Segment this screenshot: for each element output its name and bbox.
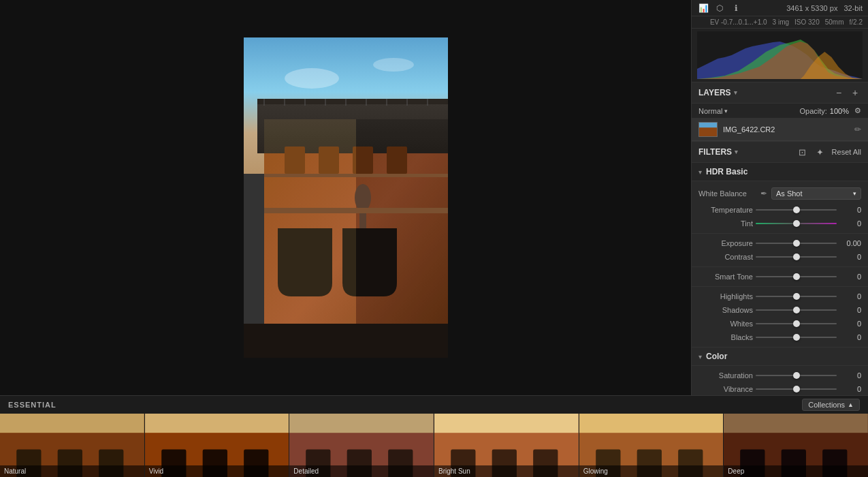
filters-bar: FILTERS ▾ ⊡ ✦ Reset All (692, 141, 868, 163)
film-item-natural-label: Natural (0, 465, 144, 477)
tint-slider[interactable] (756, 223, 837, 224)
film-item-detailed[interactable]: Detailed (289, 414, 434, 477)
whites-slider[interactable] (756, 323, 837, 324)
svg-rect-51 (434, 414, 579, 433)
highlights-slider[interactable] (756, 296, 837, 297)
exposure-thumb[interactable] (793, 240, 800, 247)
white-balance-select[interactable]: As Shot ▾ (771, 187, 861, 200)
vibrance-slider[interactable] (756, 388, 837, 390)
layer-edit-btn[interactable]: ✏ (854, 125, 861, 134)
saturation-label: Saturation (698, 371, 753, 380)
chart-icon[interactable]: 📊 (697, 2, 709, 14)
film-item-deep-label: Deep (724, 465, 868, 477)
filmstrip: ESSENTIAL Collections ▲ Natural (0, 395, 868, 477)
whites-row: Whites 0 (692, 317, 868, 330)
eyedropper-icon[interactable]: ✒ (760, 189, 767, 198)
blacks-label: Blacks (698, 333, 753, 341)
vibrance-label: Vibrance (698, 385, 753, 393)
smart-tone-thumb[interactable] (793, 273, 800, 280)
layer-item[interactable]: IMG_6422.CR2 ✏ (692, 119, 868, 141)
svg-rect-25 (244, 324, 448, 358)
vibrance-thumb[interactable] (793, 386, 800, 393)
film-item-vivid-label: Vivid (145, 465, 289, 477)
filter-star-icon[interactable]: ✦ (814, 146, 826, 158)
img-count: 3 img (773, 18, 789, 26)
saturation-slider[interactable] (756, 375, 837, 376)
film-item-glowing-label: Glowing (579, 465, 724, 477)
film-items: Natural Vivid (0, 414, 868, 477)
temperature-value: 0 (839, 206, 861, 214)
highlights-row: Highlights 0 (692, 290, 868, 303)
tint-thumb[interactable] (793, 220, 800, 227)
film-item-bright-sun-label: Bright Sun (434, 465, 579, 477)
hdr-basic-header[interactable]: ▾ HDR Basic (692, 163, 868, 181)
wb-chevron-icon: ▾ (853, 190, 856, 197)
filmstrip-header: ESSENTIAL Collections ▲ (0, 396, 868, 414)
smart-tone-label: Smart Tone (698, 273, 753, 281)
film-item-glowing[interactable]: Glowing (579, 414, 724, 477)
shadows-thumb[interactable] (793, 307, 800, 313)
filters-title[interactable]: FILTERS ▾ (698, 147, 738, 157)
blacks-row: Blacks 0 (692, 330, 868, 344)
exposure-slider[interactable] (756, 243, 837, 244)
whites-value: 0 (839, 320, 861, 328)
highlights-thumb[interactable] (793, 293, 800, 300)
color-section-header[interactable]: ▾ Color (692, 348, 868, 366)
layers-chevron-icon: ▾ (734, 89, 737, 96)
whites-thumb[interactable] (793, 320, 800, 327)
iso-value: ISO 320 (794, 18, 820, 26)
layer-name: IMG_6422.CR2 (723, 125, 849, 134)
layers-header[interactable]: LAYERS ▾ − + (692, 82, 868, 104)
contrast-value: 0 (839, 253, 861, 261)
whites-label: Whites (698, 320, 753, 328)
blend-mode-selector[interactable]: Normal ▾ (698, 107, 728, 115)
aperture: f/2.2 (850, 18, 863, 26)
saturation-thumb[interactable] (793, 372, 800, 379)
settings-icon[interactable]: ⚙ (854, 106, 861, 115)
saturation-row: Saturation 0 (692, 369, 868, 382)
collections-btn[interactable]: Collections ▲ (802, 399, 860, 411)
filter-crop-icon[interactable]: ⊡ (797, 146, 809, 158)
film-item-bright-sun[interactable]: Bright Sun (434, 414, 579, 477)
layer-thumbnail (698, 122, 718, 137)
svg-rect-37 (145, 414, 289, 433)
info-icon[interactable]: ℹ (730, 2, 742, 14)
svg-rect-5 (257, 99, 448, 104)
temperature-thumb[interactable] (793, 206, 800, 213)
histogram-area (692, 29, 868, 82)
temperature-slider[interactable] (756, 209, 837, 211)
smart-tone-slider[interactable] (756, 276, 837, 277)
film-item-vivid[interactable]: Vivid (145, 414, 289, 477)
shadows-row: Shadows 0 (692, 303, 868, 317)
contrast-thumb[interactable] (793, 253, 800, 260)
collections-chevron-icon: ▲ (848, 401, 854, 408)
blacks-slider[interactable] (756, 337, 837, 338)
ev-values: EV -0.7...0.1...+1.0 (710, 18, 767, 26)
hdr-expand-icon: ▾ (698, 168, 702, 176)
shadows-slider[interactable] (756, 309, 837, 311)
film-item-detailed-label: Detailed (289, 465, 434, 477)
saturation-value: 0 (839, 371, 861, 380)
histogram-graph (697, 31, 863, 79)
divider-2 (692, 266, 868, 267)
blacks-thumb[interactable] (793, 334, 800, 341)
blend-chevron-icon: ▾ (724, 108, 728, 114)
svg-rect-28 (699, 127, 717, 136)
layers-plus-btn[interactable]: + (849, 87, 861, 99)
svg-point-2 (373, 58, 414, 72)
meta-row: EV -0.7...0.1...+1.0 3 img ISO 320 50mm … (692, 16, 868, 29)
layers-options: Normal ▾ Opacity: 100% ⚙ (692, 104, 868, 119)
shadows-value: 0 (839, 306, 861, 314)
layers-title[interactable]: LAYERS ▾ (698, 88, 737, 97)
right-panel: 📊 ⬡ ℹ 3461 x 5330 px 32-bit EV -0.7...0.… (691, 0, 868, 395)
film-item-natural[interactable]: Natural (0, 414, 144, 477)
film-item-deep[interactable]: Deep (724, 414, 868, 477)
svg-rect-23 (264, 208, 448, 213)
layers-icon[interactable]: ⬡ (713, 2, 726, 14)
contrast-slider[interactable] (756, 256, 837, 258)
reset-all-btn[interactable]: Reset All (832, 148, 861, 156)
focal-length: 50mm (825, 18, 844, 26)
filters-chevron-icon: ▾ (735, 149, 738, 155)
divider-3 (692, 286, 868, 287)
layers-minus-btn[interactable]: − (833, 87, 845, 99)
